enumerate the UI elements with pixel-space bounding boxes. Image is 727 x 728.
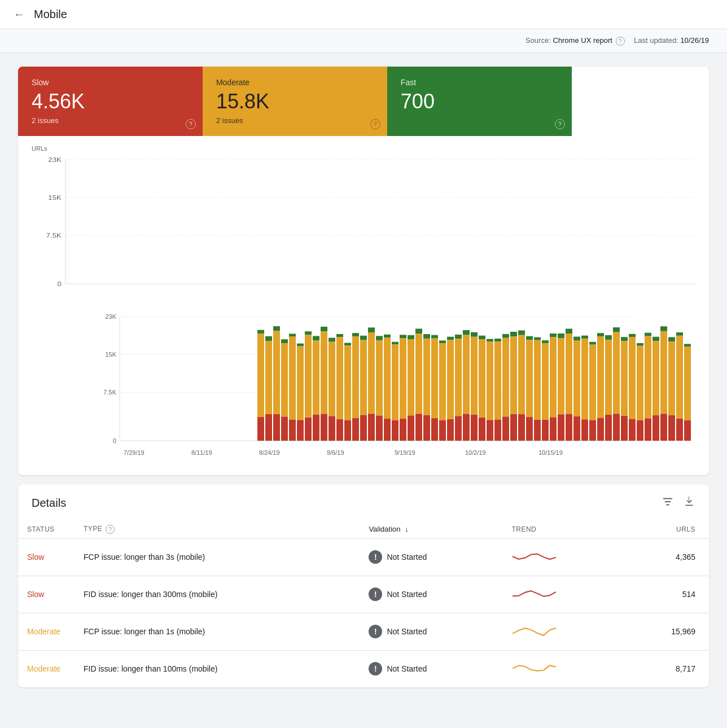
svg-rect-34 (297, 346, 304, 420)
svg-text:7.5K: 7.5K (46, 232, 62, 239)
col-header-type: Type ? (75, 520, 360, 539)
row-urls: 8,717 (621, 650, 709, 687)
svg-rect-115 (510, 336, 517, 414)
col-header-trend: Trend (502, 520, 621, 539)
svg-text:10/2/19: 10/2/19 (465, 449, 486, 456)
svg-rect-36 (305, 331, 312, 335)
col-header-validation[interactable]: Validation ↓ (360, 520, 502, 539)
svg-rect-19 (257, 334, 264, 417)
download-icon[interactable] (683, 495, 695, 511)
svg-text:23K: 23K (105, 313, 116, 320)
svg-rect-165 (645, 332, 651, 336)
source-help-icon[interactable]: ? (616, 37, 625, 46)
svg-rect-122 (526, 417, 533, 441)
svg-rect-41 (313, 414, 319, 440)
svg-rect-64 (376, 340, 383, 415)
tile-slow-help-icon[interactable]: ? (186, 119, 196, 129)
svg-rect-104 (479, 418, 485, 441)
svg-rect-144 (589, 341, 596, 344)
svg-rect-29 (281, 416, 288, 441)
tile-fast-help-icon[interactable]: ? (555, 119, 565, 129)
svg-rect-67 (384, 337, 391, 419)
row-trend (502, 576, 621, 613)
svg-rect-172 (660, 331, 667, 413)
tile-moderate-label: Moderate (216, 78, 374, 87)
table-row[interactable]: Moderate FCP issue: longer than 1s (mobi… (18, 613, 709, 650)
main-content: Slow 4.56K 2 issues ? Moderate 15.8K 2 i… (0, 53, 727, 701)
svg-rect-22 (265, 341, 272, 414)
svg-rect-155 (613, 414, 620, 441)
page-header: ← Mobile (0, 0, 727, 29)
table-row[interactable]: Slow FID issue: longer than 300ms (mobil… (18, 576, 709, 613)
svg-rect-151 (605, 339, 612, 414)
svg-rect-158 (621, 416, 628, 441)
svg-rect-111 (502, 334, 509, 337)
svg-rect-96 (463, 330, 470, 335)
svg-rect-48 (336, 334, 343, 337)
tile-empty (572, 67, 709, 136)
row-validation: ! Not Started (360, 538, 502, 576)
svg-rect-43 (321, 331, 327, 414)
svg-rect-160 (629, 337, 636, 419)
trend-sparkline (511, 548, 557, 565)
svg-rect-176 (668, 415, 675, 441)
svg-rect-26 (273, 414, 280, 440)
svg-rect-57 (360, 335, 367, 340)
svg-rect-40 (313, 340, 319, 414)
svg-rect-170 (652, 415, 659, 440)
filter-icon[interactable] (662, 495, 674, 511)
chart-y-label: URLs (32, 145, 695, 152)
svg-rect-30 (289, 334, 296, 336)
row-status: Slow (18, 576, 75, 613)
tile-slow-value: 4.56K (32, 91, 189, 112)
tile-fast-value: 700 (401, 91, 558, 112)
svg-rect-131 (550, 417, 557, 441)
svg-rect-113 (502, 416, 509, 441)
type-help-icon[interactable]: ? (106, 525, 115, 534)
tile-moderate-help-icon[interactable]: ? (370, 119, 380, 129)
svg-rect-108 (494, 339, 501, 341)
table-row[interactable]: Slow FCP issue: longer than 3s (mobile) … (18, 538, 709, 576)
svg-rect-134 (558, 414, 564, 441)
svg-rect-112 (502, 337, 509, 416)
svg-rect-55 (352, 336, 359, 418)
svg-rect-99 (471, 332, 478, 336)
row-status: Moderate (18, 650, 75, 687)
tile-slow: Slow 4.56K 2 issues ? (18, 67, 203, 136)
svg-rect-157 (621, 341, 628, 415)
svg-rect-163 (637, 345, 643, 420)
svg-rect-162 (637, 343, 643, 346)
svg-rect-89 (439, 420, 446, 440)
svg-rect-138 (573, 336, 580, 340)
svg-rect-181 (684, 347, 691, 420)
chart-container: 23K 15K 7.5K 0 (32, 154, 695, 301)
tile-moderate-issues: 2 issues (216, 116, 374, 125)
svg-rect-33 (297, 343, 304, 346)
svg-text:10/15/19: 10/15/19 (538, 449, 563, 456)
source-bar: Source: Chrome UX report ? Last updated:… (0, 29, 727, 53)
table-row[interactable]: Moderate FID issue: longer than 100ms (m… (18, 650, 709, 687)
svg-rect-31 (289, 336, 296, 419)
svg-rect-98 (463, 414, 470, 441)
svg-rect-39 (313, 336, 319, 340)
svg-rect-63 (376, 336, 383, 340)
svg-rect-143 (581, 419, 588, 441)
sort-arrow-icon: ↓ (405, 525, 409, 533)
svg-text:7/29/19: 7/29/19 (124, 449, 144, 456)
svg-rect-119 (518, 414, 525, 441)
validation-status: Not Started (387, 590, 427, 599)
svg-rect-75 (408, 335, 414, 339)
svg-rect-125 (534, 419, 541, 440)
source-name: Chrome UX report (553, 36, 612, 45)
back-button[interactable]: ← (14, 8, 25, 21)
svg-rect-164 (637, 420, 643, 440)
row-validation: ! Not Started (360, 576, 502, 613)
svg-rect-141 (581, 335, 588, 338)
row-status: Moderate (18, 613, 75, 650)
svg-rect-118 (518, 335, 525, 414)
row-type: FID issue: longer than 100ms (mobile) (75, 650, 360, 687)
svg-rect-47 (329, 416, 335, 441)
details-table: Status Type ? Validation ↓ Trend URLs Sl… (18, 520, 709, 687)
svg-rect-140 (573, 416, 580, 441)
table-header-row: Status Type ? Validation ↓ Trend URLs (18, 520, 709, 539)
